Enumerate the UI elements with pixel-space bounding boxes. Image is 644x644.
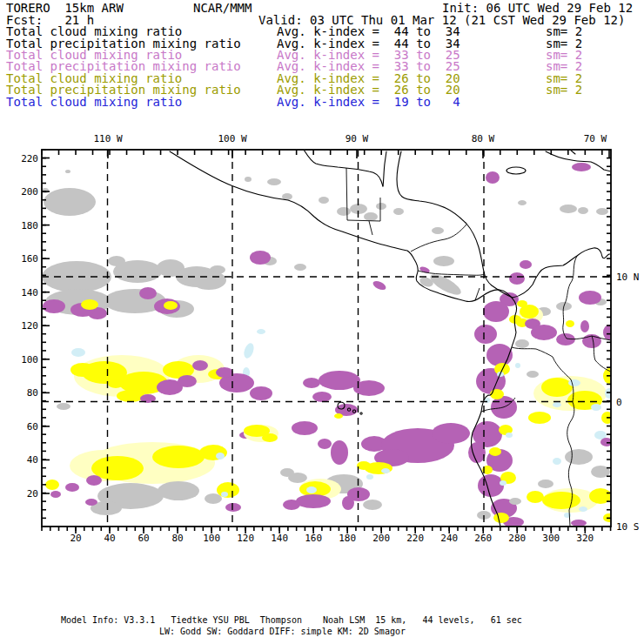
cloud-yellow-blob — [81, 299, 98, 310]
precip-purple-blob — [292, 421, 318, 435]
precip-purple-blob — [250, 251, 271, 265]
precip-purple-blob — [192, 360, 208, 371]
precip-purple-blob — [468, 442, 486, 463]
yucatan-west — [383, 151, 386, 186]
cloud-yellow-blob — [117, 390, 144, 402]
cyan-blob — [306, 486, 317, 493]
precip-purple-blob — [86, 475, 102, 486]
precip-purple-blob — [283, 500, 300, 510]
axis-label-gridx: 300 — [542, 533, 560, 543]
cloud-gray-blob — [538, 480, 553, 488]
cyan-blob — [553, 402, 561, 407]
cloud-yellow-blob — [528, 412, 551, 424]
axis-label-gridy: 80 — [3, 388, 38, 398]
map-plot — [0, 0, 644, 644]
cloud-yellow-blob — [217, 482, 239, 498]
axis-label-longitude: 110 W — [93, 134, 122, 144]
axis-label-gridy: 60 — [3, 421, 38, 431]
precip-purple-blob — [296, 494, 331, 508]
precip-purple-blob — [372, 279, 387, 292]
axis-label-gridx: 60 — [138, 533, 149, 543]
axis-label-gridx: 320 — [576, 533, 594, 543]
precip-purple-blob — [65, 483, 79, 492]
axis-label-gridx: 220 — [406, 533, 424, 543]
axis-label-longitude: 100 W — [218, 134, 246, 144]
cloud-gray-blob — [319, 197, 329, 204]
axis-label-gridy: 160 — [3, 254, 38, 264]
axis-label-gridy: 220 — [3, 153, 38, 163]
cyan-blob — [216, 453, 225, 460]
cloud-yellow-blob — [566, 320, 574, 327]
precip-purple-blob — [509, 272, 525, 285]
cloud-yellow-blob — [152, 446, 205, 468]
precip-purple-blob — [571, 520, 587, 527]
precip-purple-blob — [483, 301, 509, 322]
cloud-gray-blob — [337, 207, 351, 216]
axis-label-gridx: 140 — [271, 533, 288, 543]
cloud-gray-blob — [65, 170, 70, 173]
precip-purple-blob — [520, 260, 532, 269]
axis-label-gridy: 140 — [3, 287, 38, 297]
axis-label-gridy: 200 — [3, 187, 38, 197]
cloud-yellow-blob — [357, 461, 371, 470]
cloud-yellow-blob — [541, 378, 573, 397]
cloud-gray-blob — [515, 339, 529, 348]
axis-label-latitude: 10 S — [616, 522, 640, 532]
cloud-gray-blob — [432, 227, 444, 234]
axis-label-gridx: 180 — [339, 533, 356, 543]
colombia-north-coast — [513, 248, 611, 298]
cyan-blob — [568, 379, 580, 386]
model-info-line2: LW: Godd SW: Goddard DIFF: simple KM: 2D… — [159, 627, 406, 637]
cloud-gray-blob — [393, 208, 404, 215]
cloud-yellow-blob — [489, 447, 501, 456]
axis-label-longitude: 80 W — [472, 134, 495, 144]
cloud-gray-blob — [376, 203, 386, 210]
axis-label-longitude: 70 W — [584, 134, 607, 144]
precip-purple-blob — [139, 287, 157, 299]
precip-purple-blob — [43, 299, 65, 313]
cyan-blob — [553, 458, 561, 465]
cyan-blob — [381, 468, 390, 473]
precip-purple-blob — [531, 325, 557, 340]
cloud-yellow-blob — [542, 492, 580, 509]
cyan-blob — [591, 404, 601, 411]
cloud-gray-blob — [44, 188, 96, 216]
cloud-gray-blob — [191, 271, 226, 290]
cloud-gray-blob — [42, 188, 49, 193]
axis-label-gridx: 240 — [440, 533, 458, 543]
precip-purple-blob — [216, 367, 233, 378]
precip-purple-blob — [225, 503, 241, 512]
precip-purple-blob — [572, 163, 591, 171]
axis-label-gridx: 260 — [474, 533, 492, 543]
cyan-blob — [366, 474, 373, 480]
cyan-blob — [257, 329, 265, 334]
cloud-gray-blob — [205, 493, 222, 504]
precip-purple-blob — [556, 333, 575, 345]
cyan-blob — [605, 388, 614, 399]
axis-label-gridx: 200 — [372, 533, 390, 543]
axis-label-gridx: 120 — [237, 533, 254, 543]
cloud-yellow-blob — [334, 413, 343, 419]
cloud-gray-blob — [245, 177, 252, 182]
cloud-gray-blob — [158, 481, 199, 500]
cloud-gray-blob — [364, 212, 378, 221]
precip-purple-blob — [85, 499, 97, 506]
weather-model-plot-page: { "header": { "line1_left": "TORERO 15km… — [0, 0, 644, 644]
precip-purple-blob — [474, 325, 497, 344]
cyan-blob — [71, 348, 85, 357]
axis-label-gridy: 180 — [3, 220, 38, 230]
cyan-blob — [579, 506, 587, 512]
axis-label-gridx: 20 — [70, 533, 81, 543]
cloud-gray-blob — [578, 207, 588, 214]
axis-label-gridx: 160 — [305, 533, 322, 543]
precip-purple-blob — [603, 325, 615, 340]
cyan-blob — [506, 433, 513, 438]
axis-label-gridy: 20 — [3, 489, 38, 499]
precip-purple-blob — [432, 423, 470, 444]
cloud-yellow-blob — [490, 389, 504, 399]
cloud-gray-blob — [42, 261, 111, 292]
axis-label-latitude: 10 N — [616, 272, 640, 282]
jamaica-outline — [506, 167, 526, 174]
cyan-blob — [221, 492, 228, 497]
precip-purple-blob — [50, 491, 61, 498]
